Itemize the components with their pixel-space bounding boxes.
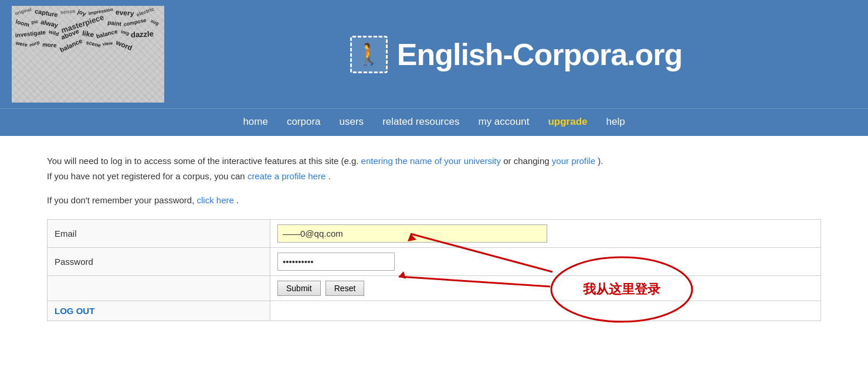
nav-upgrade[interactable]: upgrade — [548, 116, 587, 128]
intro-text-mid: or changing — [503, 156, 549, 166]
main-nav: home corpora users related resources my … — [0, 108, 868, 136]
submit-button[interactable]: Submit — [277, 281, 321, 296]
password-input[interactable] — [277, 253, 395, 271]
logout-row: LOG OUT — [48, 301, 821, 321]
forgot-text-before: If you don't remember your password, — [47, 195, 194, 205]
nav-home[interactable]: home — [243, 116, 268, 128]
header-top: original capture sense joy impression ev… — [0, 0, 868, 108]
login-table: Email Password Submit Reset — [47, 219, 821, 321]
main-content: You will need to log in to access some o… — [23, 136, 845, 339]
intro-text-after: ). — [598, 156, 603, 166]
email-input[interactable] — [277, 224, 547, 243]
intro-line2-before: If you have not yet registered for a cor… — [47, 171, 245, 181]
logout-link[interactable]: LOG OUT — [55, 306, 94, 316]
submit-row: Submit Reset — [48, 276, 821, 301]
logo-collage: original capture sense joy impression ev… — [12, 6, 164, 103]
forgot-text-after: . — [236, 195, 239, 205]
nav-corpora[interactable]: corpora — [287, 116, 321, 128]
tour-figure-icon: 🚶 — [355, 42, 382, 67]
submit-label-cell — [48, 276, 270, 301]
intro-link-profile[interactable]: your profile — [552, 156, 595, 166]
site-title: English-Corpora.org — [397, 37, 683, 72]
intro-text-before: You will need to log in to access some o… — [47, 156, 358, 166]
brand-section: 🚶 English-Corpora.org — [176, 36, 856, 73]
nav-help[interactable]: help — [606, 116, 625, 128]
tour-icon: 🚶 — [350, 36, 388, 73]
forgot-link[interactable]: click here — [196, 195, 233, 205]
logout-empty-cell — [270, 301, 821, 321]
submit-input-cell: Submit Reset — [270, 276, 821, 301]
intro-link-university[interactable]: entering the name of your university — [361, 156, 504, 166]
form-section: Email Password Submit Reset — [47, 219, 821, 321]
header: original capture sense joy impression ev… — [0, 0, 868, 136]
nav-related-resources[interactable]: related resources — [382, 116, 459, 128]
intro-link-create-profile[interactable]: create a profile here — [247, 171, 326, 181]
intro-paragraph-1: You will need to log in to access some o… — [47, 154, 821, 183]
password-row: Password — [48, 248, 821, 276]
email-label: Email — [48, 220, 270, 248]
nav-users[interactable]: users — [340, 116, 364, 128]
reset-button[interactable]: Reset — [326, 281, 365, 296]
email-row: Email — [48, 220, 821, 248]
password-label: Password — [48, 248, 270, 276]
email-input-cell — [270, 220, 821, 248]
nav-my-account[interactable]: my account — [478, 116, 529, 128]
intro-line2-after: . — [328, 171, 330, 181]
collage-text: original capture sense joy impression ev… — [12, 6, 164, 103]
brand-inner: 🚶 English-Corpora.org — [350, 36, 683, 73]
password-input-cell — [270, 248, 821, 276]
logout-cell: LOG OUT — [48, 301, 270, 321]
forgot-paragraph: If you don't remember your password, cli… — [47, 195, 821, 205]
